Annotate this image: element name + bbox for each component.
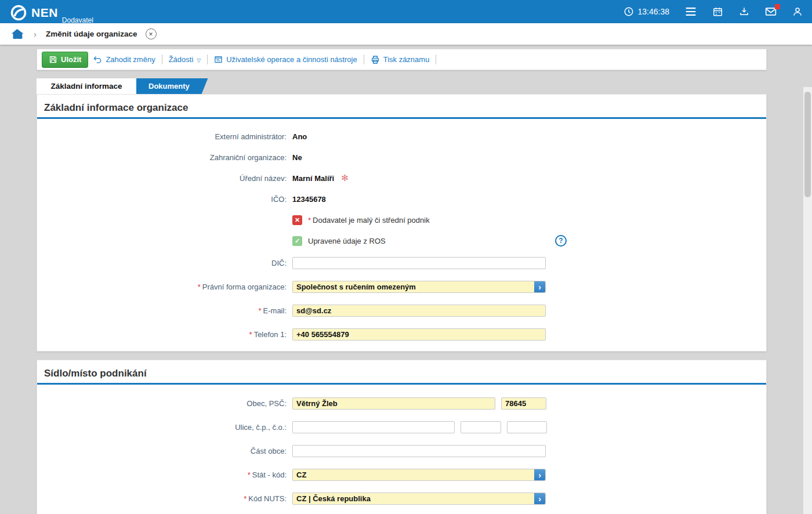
toolbar: Uložit Zahodit změny Žádosti ▽ Uživatels… bbox=[37, 49, 767, 70]
download-icon[interactable] bbox=[739, 6, 749, 17]
dropdown-caret-icon: ▽ bbox=[197, 57, 201, 63]
field-row-phone1: *Telefon 1: bbox=[37, 323, 766, 346]
toolbar-separator bbox=[162, 55, 162, 64]
field-row-legal-form: *Právní forma organizace: › bbox=[37, 275, 766, 299]
vertical-scrollbar[interactable] bbox=[803, 87, 812, 514]
required-asterisk: * bbox=[244, 494, 246, 503]
field-value: Ano bbox=[292, 132, 307, 141]
page-title: Změnit údaje organizace bbox=[46, 30, 137, 38]
save-icon bbox=[49, 55, 57, 64]
tab-zakladni-informace[interactable]: Základní informace bbox=[37, 78, 136, 94]
brand: NEN Dodavatel bbox=[10, 5, 93, 19]
discard-changes-button[interactable]: Zahodit změny bbox=[93, 55, 155, 64]
brand-name: NEN bbox=[31, 6, 58, 19]
user-operations-label: Uživatelské operace a činnosti nástroje bbox=[226, 55, 357, 64]
tab-bar: Základní informace Dokumenty bbox=[37, 78, 767, 94]
field-value-cell bbox=[292, 421, 547, 433]
field-value-cell: Marní Malíři ✻ bbox=[292, 173, 349, 183]
field-row-official-name: Úřední název: Marní Malíři ✻ bbox=[37, 168, 766, 189]
header-actions: 13:46:38 bbox=[624, 6, 803, 17]
section-title: Základní informace organizace bbox=[37, 95, 766, 119]
field-label-text: Právní forma organizace: bbox=[202, 283, 287, 291]
field-row-country: *Stát - kód: › bbox=[37, 463, 766, 487]
scrollbar-thumb[interactable] bbox=[804, 92, 811, 197]
street-input[interactable] bbox=[292, 421, 455, 433]
city-input[interactable] bbox=[292, 397, 495, 410]
user-icon[interactable] bbox=[792, 6, 803, 17]
district-input[interactable] bbox=[292, 445, 546, 457]
menu-icon[interactable] bbox=[685, 7, 697, 16]
tab-dokumenty[interactable]: Dokumenty bbox=[130, 78, 208, 94]
nuts-input[interactable] bbox=[292, 493, 546, 505]
nen-logo-icon[interactable] bbox=[10, 5, 27, 21]
field-label: Zahraniční organizace: bbox=[37, 153, 292, 162]
zip-input[interactable] bbox=[501, 397, 546, 410]
clock-icon bbox=[624, 6, 634, 17]
nuts-select: › bbox=[292, 493, 546, 505]
field-label: Část obce: bbox=[37, 447, 292, 455]
field-label: Obec, PSČ: bbox=[37, 399, 292, 408]
field-row-foreign-org: Zahraniční organizace: Ne bbox=[37, 147, 766, 168]
field-label: *E-mail: bbox=[37, 306, 292, 315]
field-label: *Právní forma organizace: bbox=[37, 283, 292, 291]
save-button[interactable]: Uložit bbox=[42, 52, 88, 68]
field-label-text: Telefon 1: bbox=[254, 330, 287, 339]
field-value-cell bbox=[292, 445, 546, 457]
field-value-cell: ✓ Upravené údaje z ROS bbox=[292, 236, 386, 246]
requests-dropdown[interactable]: Žádosti ▽ bbox=[169, 55, 201, 64]
field-label: *Stát - kód: bbox=[37, 470, 292, 479]
field-row-street: Ulice, č.p., č.o.: bbox=[37, 415, 766, 439]
field-value-cell: › bbox=[292, 469, 546, 481]
printer-icon bbox=[371, 55, 380, 64]
top-header: NEN Dodavatel 13:46:38 bbox=[0, 0, 812, 23]
operations-icon bbox=[214, 55, 223, 64]
close-record-icon[interactable]: ✕ bbox=[146, 28, 157, 39]
check-glyph: ✓ bbox=[295, 237, 300, 245]
main-content: Uložit Zahodit změny Žádosti ▽ Uživatels… bbox=[0, 45, 812, 514]
orientation-number-input[interactable] bbox=[507, 421, 547, 433]
phone1-input[interactable] bbox=[292, 328, 546, 341]
select-chevron-glyph: › bbox=[538, 470, 541, 480]
mail-icon[interactable] bbox=[765, 7, 777, 16]
address-form: Obec, PSČ: Ulice, č.p., č.o.: Část obce: bbox=[37, 385, 766, 514]
dic-input[interactable] bbox=[292, 257, 546, 269]
field-value-cell bbox=[292, 397, 546, 410]
legal-form-input[interactable] bbox=[292, 281, 546, 293]
field-label: IČO: bbox=[37, 195, 292, 204]
field-value-cell bbox=[292, 257, 546, 269]
breadcrumb-chevron-icon: › bbox=[34, 29, 37, 39]
field-label: Ulice, č.p., č.o.: bbox=[37, 423, 292, 432]
required-asterisk: * bbox=[248, 470, 251, 479]
help-glyph: ? bbox=[559, 237, 563, 245]
field-value-cell bbox=[292, 305, 546, 317]
calendar-icon[interactable] bbox=[712, 6, 723, 17]
section-title: Sídlo/místo podnikání bbox=[37, 360, 766, 385]
help-icon[interactable]: ? bbox=[555, 235, 567, 247]
clock-widget: 13:46:38 bbox=[624, 6, 670, 17]
email-input[interactable] bbox=[292, 305, 546, 317]
field-value-cell: ✕ *Dodavatel je malý či střední podnik bbox=[292, 215, 430, 225]
chevron-right-icon[interactable]: › bbox=[534, 493, 545, 504]
print-record-button[interactable]: Tisk záznamu bbox=[371, 55, 430, 64]
toolbar-separator bbox=[364, 55, 364, 64]
section-basic-info: Základní informace organizace Externí ad… bbox=[37, 94, 767, 352]
field-value-cell: › bbox=[292, 493, 546, 505]
field-label-text: E-mail: bbox=[263, 306, 287, 315]
chevron-right-icon[interactable]: › bbox=[534, 281, 545, 292]
field-value-cell bbox=[292, 328, 546, 341]
select-chevron-glyph: › bbox=[538, 283, 541, 292]
house-number-input[interactable] bbox=[461, 421, 501, 433]
legal-form-select: › bbox=[292, 281, 546, 293]
checkbox-unchecked-icon[interactable]: ✕ bbox=[292, 215, 302, 225]
field-label: Úřední název: bbox=[37, 174, 292, 183]
home-icon[interactable] bbox=[12, 28, 23, 39]
field-label-text: Kód NUTS: bbox=[248, 494, 287, 503]
checkbox-checked-icon[interactable]: ✓ bbox=[292, 236, 302, 246]
field-row-dic: DIČ: bbox=[37, 251, 766, 275]
chevron-right-icon[interactable]: › bbox=[534, 469, 545, 480]
requests-label: Žádosti bbox=[169, 55, 194, 64]
country-input[interactable] bbox=[292, 469, 546, 481]
user-operations-button[interactable]: Uživatelské operace a činnosti nástroje bbox=[214, 55, 357, 64]
toolbar-separator bbox=[207, 55, 208, 64]
field-row-email: *E-mail: bbox=[37, 299, 766, 323]
